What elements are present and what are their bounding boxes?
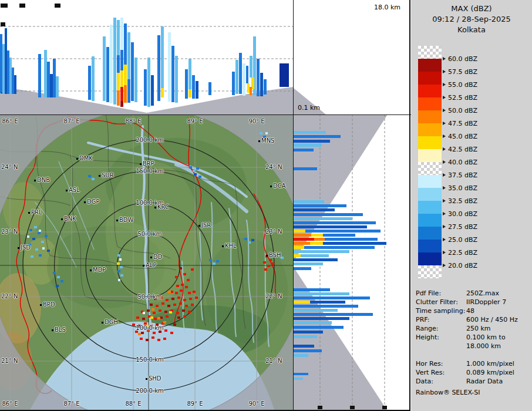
product-title: MAX (dBZ) (411, 4, 532, 14)
legend-divider-vertical (409, 0, 410, 411)
scale-tick-arrow (443, 251, 446, 254)
panel-divider-horizontal (0, 114, 411, 115)
scale-label: 25.0 dBZ (443, 235, 477, 244)
scale-tick-arrow (443, 96, 446, 99)
scale-block (418, 110, 442, 123)
info-row: Vert Res:0.089 km/pixel (416, 368, 530, 377)
product-info-table: Pdf File:250Z.maxClutter Filter:IIRDoppl… (416, 289, 530, 386)
legend-header: MAX (dBZ) 09:12 / 28-Sep-2025 Kolkata (411, 0, 532, 35)
radar-map-panel: 86° E86° E87° E87° E88° E88° E89° E89° E… (0, 114, 294, 411)
scale-tick-arrow (443, 83, 446, 86)
scale-tick-arrow (443, 70, 446, 73)
info-row: Pdf File:250Z.max (416, 289, 530, 298)
scale-block (418, 252, 442, 265)
info-row: 18.000 km (416, 342, 530, 351)
scale-label: 55.0 dBZ (443, 80, 477, 89)
scale-block (418, 227, 442, 240)
info-row: PRF:600 Hz / 450 Hz (416, 315, 530, 324)
scale-tick-arrow (443, 122, 446, 125)
scale-label: 47.5 dBZ (443, 119, 477, 127)
scale-block (418, 214, 442, 227)
scale-tick-arrow (443, 238, 446, 241)
scale-tick-arrow (443, 199, 446, 203)
scale-label: 60.0 dBZ (443, 55, 477, 63)
cross-section-side-panel (294, 114, 411, 411)
scale-label: 52.5 dBZ (443, 93, 477, 102)
info-row: Clutter Filter:IIRDoppler 7 (416, 298, 530, 306)
info-row: Height:0.100 km to (416, 333, 530, 342)
scale-label: 45.0 dBZ (443, 132, 477, 140)
min-height-label: 0.1 km (298, 104, 320, 112)
scale-block (418, 136, 442, 149)
product-timestamp: 09:12 / 28-Sep-2025 (411, 14, 532, 25)
scale-block (418, 97, 442, 110)
scale-tick-arrow (443, 147, 446, 151)
scale-block (418, 162, 442, 175)
radar-display: 18.0 km 0.1 km (0, 0, 532, 411)
scale-label: 40.0 dBZ (443, 158, 477, 166)
scale-block (418, 201, 442, 214)
station-name: Kolkata (411, 25, 532, 35)
scale-label: 22.5 dBZ (443, 248, 477, 257)
scale-tick-arrow (443, 186, 446, 190)
scale-tick-arrow (443, 109, 446, 112)
panel-divider-vertical (293, 0, 294, 411)
cross-section-top-panel (0, 0, 294, 114)
scale-block (418, 72, 442, 85)
info-row: Data:Radar Data (416, 377, 530, 386)
legend-panel: MAX (dBZ) 09:12 / 28-Sep-2025 Kolkata 60… (411, 0, 532, 411)
scale-block (418, 240, 442, 252)
max-height-label: 18.0 km (374, 4, 400, 11)
software-name: Rainbow® SELEX-SI (416, 389, 480, 396)
scale-tick-arrow (443, 264, 446, 267)
scale-tick-arrow (443, 225, 446, 228)
scale-block (418, 175, 442, 188)
scale-tick-arrow (443, 160, 446, 164)
scale-label: 27.5 dBZ (443, 223, 477, 231)
scale-label: 57.5 dBZ (443, 68, 477, 76)
scale-block (418, 265, 442, 278)
side-cross-section-svg (294, 114, 411, 411)
scale-tick-arrow (443, 173, 446, 177)
scale-label: 32.5 dBZ (443, 197, 477, 205)
scale-label: 30.0 dBZ (443, 210, 477, 218)
radar-map-svg (0, 114, 294, 411)
scale-tick-arrow (443, 57, 446, 60)
height-axis-corner: 18.0 km 0.1 km (294, 0, 411, 114)
scale-block (418, 59, 442, 72)
scale-block (418, 188, 442, 201)
dbz-colorbar (418, 46, 442, 278)
scale-label: 37.5 dBZ (443, 171, 477, 179)
scale-block (418, 123, 442, 136)
scale-label: 50.0 dBZ (443, 106, 477, 114)
info-row: Hor Res:1.000 km/pixel (416, 359, 530, 368)
scale-label: 42.5 dBZ (443, 145, 477, 153)
info-row: Time sampling:48 (416, 306, 530, 315)
scale-block (418, 85, 442, 97)
scale-label: 35.0 dBZ (443, 184, 477, 192)
top-cross-section-svg (0, 0, 294, 114)
corner-svg (294, 0, 411, 114)
scale-block (418, 149, 442, 162)
scale-block (418, 46, 442, 59)
scale-label: 20.0 dBZ (443, 261, 477, 269)
info-row: Range:250 km (416, 324, 530, 333)
info-row (416, 351, 530, 359)
scale-tick-arrow (443, 212, 446, 215)
scale-tick-arrow (443, 134, 446, 138)
